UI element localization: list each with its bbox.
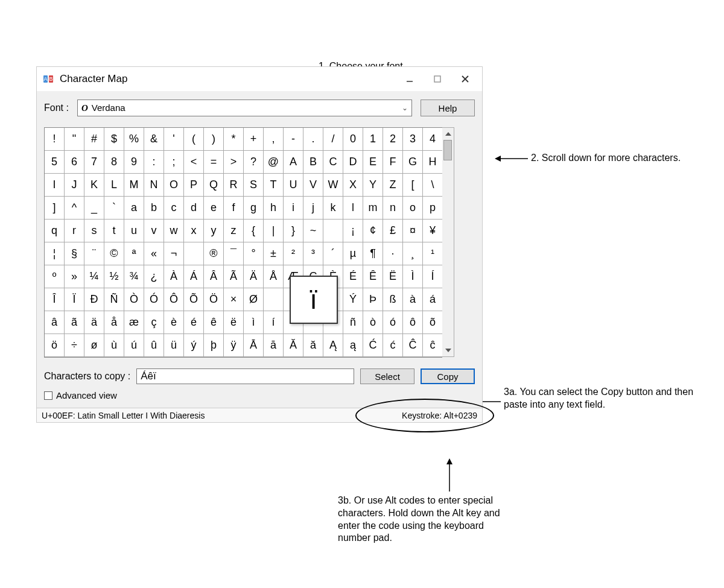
char-cell[interactable]: F xyxy=(383,151,403,174)
char-cell[interactable]: 5 xyxy=(45,151,65,174)
char-cell[interactable]: = xyxy=(204,151,224,174)
char-cell[interactable]: y xyxy=(204,220,224,242)
char-cell[interactable]: ( xyxy=(184,128,204,151)
char-cell[interactable]: ­ xyxy=(184,242,204,265)
char-cell[interactable]: , xyxy=(264,128,284,151)
char-cell[interactable]: õ xyxy=(423,311,443,334)
scroll-up-icon[interactable] xyxy=(442,128,454,140)
char-cell[interactable]: Y xyxy=(363,174,383,197)
char-cell[interactable]: ½ xyxy=(104,265,124,288)
char-cell[interactable]: % xyxy=(124,128,144,151)
char-cell[interactable]: à xyxy=(403,288,423,311)
char-cell[interactable]: Á xyxy=(184,265,204,288)
char-cell[interactable]: ^ xyxy=(65,197,84,220)
char-cell[interactable]: k xyxy=(323,197,343,220)
char-cell[interactable]: â xyxy=(45,311,65,334)
char-cell[interactable]: Å xyxy=(264,265,284,288)
char-cell[interactable]: Ô xyxy=(164,288,184,311)
char-cell[interactable]: N xyxy=(144,174,164,197)
char-cell[interactable]: ¸ xyxy=(403,242,423,265)
char-cell[interactable]: Ã xyxy=(224,265,244,288)
char-cell[interactable]: ; xyxy=(164,151,184,174)
char-cell[interactable]: & xyxy=(144,128,164,151)
char-cell[interactable]: d xyxy=(184,197,204,220)
char-cell[interactable]: x xyxy=(184,220,204,242)
char-cell[interactable]: 3 xyxy=(403,128,423,151)
char-cell[interactable]: Ê xyxy=(363,265,383,288)
char-cell[interactable]: ~ xyxy=(303,220,323,242)
char-cell[interactable]: ú xyxy=(124,334,144,357)
char-cell[interactable]: × xyxy=(224,288,244,311)
char-cell[interactable]: H xyxy=(423,151,443,174)
char-cell[interactable]: ¼ xyxy=(84,265,104,288)
char-cell[interactable]: ` xyxy=(104,197,124,220)
char-cell[interactable]: è xyxy=(164,311,184,334)
char-cell[interactable]: V xyxy=(303,174,323,197)
char-cell[interactable]: £ xyxy=(383,220,403,242)
char-cell[interactable]: 6 xyxy=(65,151,84,174)
char-cell[interactable]: @ xyxy=(264,151,284,174)
char-cell[interactable]: Ą xyxy=(323,334,343,357)
maximize-button[interactable] xyxy=(430,72,445,86)
characters-to-copy-input[interactable] xyxy=(136,368,354,384)
char-cell[interactable]: } xyxy=(284,220,303,242)
char-cell[interactable]: o xyxy=(403,197,423,220)
char-cell[interactable]: µ xyxy=(343,242,363,265)
char-cell[interactable]: á xyxy=(423,288,443,311)
char-cell[interactable]: ü xyxy=(164,334,184,357)
char-cell[interactable]: ¯ xyxy=(224,242,244,265)
char-cell[interactable]: ð xyxy=(323,311,343,334)
char-cell[interactable]: D xyxy=(343,151,363,174)
char-cell[interactable]: h xyxy=(264,197,284,220)
font-dropdown[interactable]: OVerdana ⌄ xyxy=(77,100,412,116)
char-cell[interactable]: ± xyxy=(264,242,284,265)
char-cell[interactable]: ] xyxy=(45,197,65,220)
char-cell[interactable]: ³ xyxy=(303,242,323,265)
char-cell[interactable]: - xyxy=(284,128,303,151)
char-cell[interactable]: ÷ xyxy=(65,334,84,357)
char-cell[interactable]: Ð xyxy=(84,288,104,311)
char-cell[interactable]: X xyxy=(343,174,363,197)
char-cell[interactable]: ¹ xyxy=(423,242,443,265)
char-cell[interactable]: Þ xyxy=(363,288,383,311)
char-cell[interactable]: Ù xyxy=(264,288,284,311)
char-cell[interactable]: P xyxy=(184,174,204,197)
scroll-track[interactable] xyxy=(442,140,454,344)
char-cell[interactable]: Ć xyxy=(363,334,383,357)
char-cell[interactable]: ã xyxy=(65,311,84,334)
char-cell[interactable]: Q xyxy=(204,174,224,197)
char-cell[interactable]: T xyxy=(264,174,284,197)
help-button[interactable]: Help xyxy=(421,100,475,116)
char-cell[interactable]: * xyxy=(224,128,244,151)
char-cell[interactable]: 4 xyxy=(423,128,443,151)
char-cell[interactable]: å xyxy=(104,311,124,334)
char-cell[interactable]: Ë xyxy=(383,265,403,288)
char-cell[interactable]: [ xyxy=(403,174,423,197)
char-cell[interactable]: 8 xyxy=(104,151,124,174)
char-cell[interactable]: Ö xyxy=(204,288,224,311)
char-cell[interactable]: v xyxy=(144,220,164,242)
char-cell[interactable]: é xyxy=(184,311,204,334)
char-cell[interactable]: : xyxy=(144,151,164,174)
char-cell[interactable]: Õ xyxy=(184,288,204,311)
scroll-thumb[interactable] xyxy=(443,140,452,160)
char-cell[interactable]: ¢ xyxy=(363,220,383,242)
char-cell[interactable]: S xyxy=(244,174,264,197)
char-cell[interactable]: Ò xyxy=(124,288,144,311)
char-cell[interactable]: C xyxy=(323,151,343,174)
char-cell[interactable]: À xyxy=(164,265,184,288)
char-cell[interactable]: Î xyxy=(45,288,65,311)
char-cell[interactable]: ¤ xyxy=(403,220,423,242)
char-cell[interactable]: f xyxy=(224,197,244,220)
char-cell[interactable]: ) xyxy=(204,128,224,151)
char-cell[interactable] xyxy=(323,220,343,242)
char-cell[interactable]: Ï xyxy=(65,288,84,311)
char-cell[interactable]: R xyxy=(224,174,244,197)
char-cell[interactable]: + xyxy=(244,128,264,151)
char-cell[interactable]: ë xyxy=(224,311,244,334)
close-button[interactable] xyxy=(458,72,472,86)
char-cell[interactable]: L xyxy=(104,174,124,197)
char-cell[interactable]: n xyxy=(383,197,403,220)
char-cell[interactable]: ā xyxy=(264,334,284,357)
char-cell[interactable]: l xyxy=(343,197,363,220)
